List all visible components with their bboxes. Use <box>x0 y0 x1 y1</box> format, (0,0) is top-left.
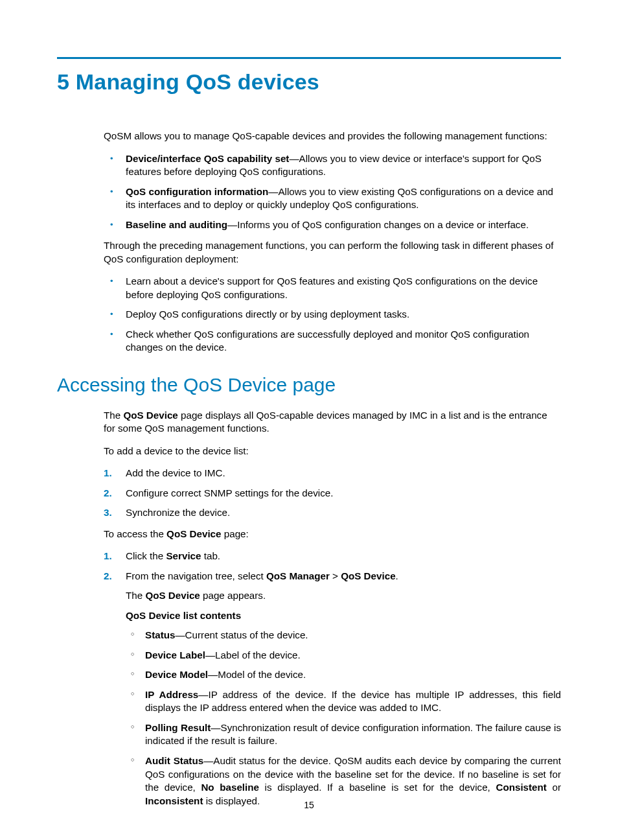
text: To access the <box>104 528 166 539</box>
field-term: Status <box>145 629 175 640</box>
list-item: Add the device to IMC. <box>104 467 561 480</box>
text: The <box>104 410 123 421</box>
text: From the navigation tree, select <box>126 570 266 581</box>
field-desc: —Current status of the device. <box>175 629 308 640</box>
phases-intro: Through the preceding management functio… <box>104 239 561 266</box>
term: Baseline and auditing <box>126 219 227 230</box>
text: The <box>126 590 145 601</box>
add-device-intro: To add a device to the device list: <box>104 445 561 458</box>
list-item: IP Address—IP address of the device. If … <box>126 688 561 715</box>
body-content: The QoS Device page displays all QoS-cap… <box>104 409 561 808</box>
list-item: Baseline and auditing—Informs you of QoS… <box>104 218 561 232</box>
list-item: Device Label—Label of the device. <box>126 649 561 662</box>
phases-list: Learn about a device's support for QoS f… <box>104 275 561 355</box>
field-term: Polling Result <box>145 722 211 733</box>
qos-manager-label: QoS Manager <box>266 570 330 581</box>
list-item: QoS configuration information—Allows you… <box>104 185 561 212</box>
service-tab-label: Service <box>166 550 201 561</box>
qos-device-label: QoS Device <box>166 528 221 539</box>
page-appears: The QoS Device page appears. <box>126 589 561 603</box>
section-title: Accessing the QoS Device page <box>57 374 561 396</box>
field-term: Device Label <box>145 649 205 660</box>
field-term: Device Model <box>145 669 208 680</box>
list-item: Status—Current status of the device. <box>126 629 561 642</box>
access-steps: Click the Service tab. From the navigati… <box>104 550 561 808</box>
feature-list: Device/interface QoS capability set—Allo… <box>104 152 561 232</box>
list-item: Configure correct SNMP settings for the … <box>104 487 561 500</box>
list-item: Deploy QoS configurations directly or by… <box>104 308 561 321</box>
breadcrumb-sep: > <box>330 570 341 581</box>
text: page: <box>222 528 249 539</box>
list-item: Learn about a device's support for QoS f… <box>104 275 561 301</box>
qos-device-label: QoS Device <box>145 590 200 601</box>
field-desc: —Model of the device. <box>208 669 306 680</box>
field-desc: —Label of the device. <box>205 649 301 660</box>
access-intro: The QoS Device page displays all QoS-cap… <box>104 409 561 436</box>
chapter-title: 5 Managing QoS devices <box>57 69 561 95</box>
text: . <box>396 570 398 581</box>
intro-paragraph: QoSM allows you to manage QoS-capable de… <box>104 130 561 143</box>
qos-device-label: QoS Device <box>341 570 395 581</box>
document-page: 5 Managing QoS devices QoSM allows you t… <box>0 0 618 840</box>
list-item: Device/interface QoS capability set—Allo… <box>104 152 561 179</box>
text: or <box>547 782 561 793</box>
access-page-intro: To access the QoS Device page: <box>104 528 561 541</box>
text: tab. <box>201 550 221 561</box>
field-desc: —IP address of the device. If the device… <box>145 689 561 714</box>
text: is displayed. If a baseline is set for t… <box>259 782 496 793</box>
list-item: Check whether QoS configurations are suc… <box>104 328 561 355</box>
term-desc: —Informs you of QoS configuration change… <box>227 219 529 230</box>
list-item: Device Model—Model of the device. <box>126 668 561 682</box>
text: Click the <box>126 550 166 561</box>
list-contents-heading: QoS Device list contents <box>126 609 561 623</box>
term: Device/interface QoS capability set <box>126 153 289 164</box>
qos-device-label: QoS Device <box>123 410 177 421</box>
page-number: 15 <box>0 800 618 810</box>
text: page appears. <box>200 590 266 601</box>
field-term: IP Address <box>145 689 198 700</box>
list-item: Synchronize the device. <box>104 506 561 520</box>
field-term: Audit Status <box>145 755 203 766</box>
consistent-label: Consistent <box>496 782 546 793</box>
list-item: Click the Service tab. <box>104 550 561 563</box>
no-baseline-label: No baseline <box>201 782 259 793</box>
body-content: QoSM allows you to manage QoS-capable de… <box>104 130 561 355</box>
term: QoS configuration information <box>126 186 268 197</box>
field-list: Status—Current status of the device. Dev… <box>126 629 561 808</box>
list-item: From the navigation tree, select QoS Man… <box>104 570 561 808</box>
add-device-steps: Add the device to IMC. Configure correct… <box>104 467 561 520</box>
list-item: Polling Result—Synchronization result of… <box>126 721 561 748</box>
horizontal-rule <box>57 57 561 59</box>
step-sub-content: The QoS Device page appears. QoS Device … <box>126 589 561 808</box>
